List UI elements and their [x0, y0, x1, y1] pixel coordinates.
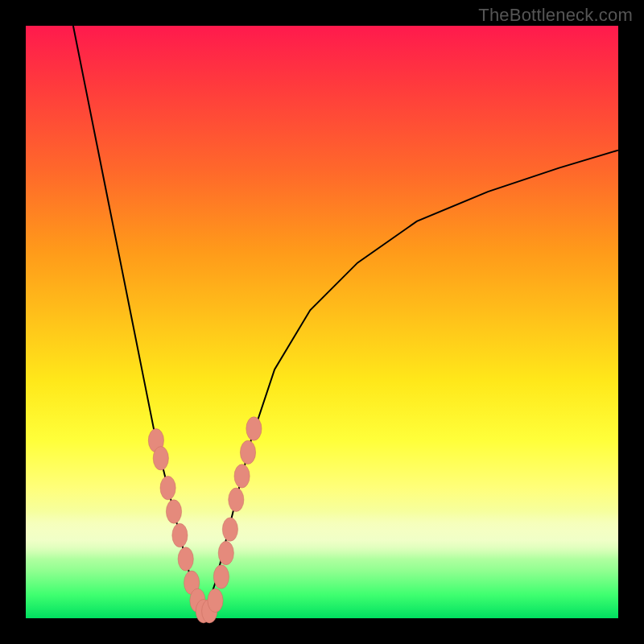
data-marker: [234, 464, 250, 488]
data-marker: [218, 541, 233, 564]
data-marker: [178, 547, 193, 571]
data-marker: [153, 447, 168, 470]
data-marker: [208, 588, 223, 612]
curve-layer: [26, 26, 618, 618]
data-marker: [160, 476, 175, 499]
data-marker: [246, 417, 262, 440]
left-branch-curve: [73, 26, 204, 613]
data-marker: [240, 440, 255, 464]
watermark-text: TheBottleneck.com: [478, 5, 633, 26]
data-marker: [166, 500, 181, 523]
chart-frame: TheBottleneck.com: [0, 0, 644, 644]
data-marker: [222, 518, 237, 541]
data-markers: [148, 417, 262, 623]
right-branch-curve: [204, 151, 618, 613]
data-marker: [172, 523, 188, 547]
data-marker: [213, 565, 229, 588]
plot-area: [26, 26, 618, 618]
data-marker: [229, 488, 244, 511]
